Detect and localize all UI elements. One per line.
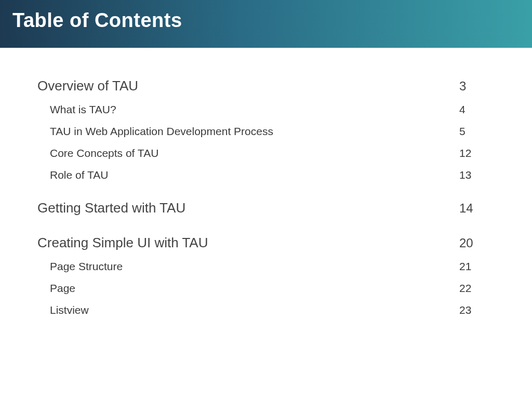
toc-section-label: Overview of TAU (37, 78, 459, 94)
toc-item-page: 12 (459, 147, 501, 159)
toc-content: Overview of TAU 3 What is TAU? 4 TAU in … (0, 48, 532, 316)
toc-section-row: Getting Started with TAU 14 (37, 200, 501, 216)
toc-section-row: Overview of TAU 3 (37, 78, 501, 94)
toc-item-row: Page 22 (37, 282, 501, 295)
toc-item-label: Role of TAU (50, 169, 459, 181)
toc-item-row: Listview 23 (37, 304, 501, 316)
toc-item-page: 13 (459, 169, 501, 181)
toc-item-label: Listview (50, 304, 459, 316)
toc-item-label: Page Structure (50, 260, 459, 273)
toc-item-label: TAU in Web Application Development Proce… (50, 125, 459, 138)
toc-item-page: 4 (459, 103, 501, 116)
toc-section-page: 14 (459, 201, 501, 216)
toc-item-page: 23 (459, 304, 501, 316)
toc-item-row: Page Structure 21 (37, 260, 501, 273)
toc-item-row: TAU in Web Application Development Proce… (37, 125, 501, 138)
toc-item-page: 5 (459, 125, 501, 138)
toc-section: Getting Started with TAU 14 (37, 200, 501, 216)
toc-item-label: Page (50, 282, 459, 295)
toc-item-page: 22 (459, 282, 501, 295)
toc-section: Overview of TAU 3 What is TAU? 4 TAU in … (37, 78, 501, 181)
toc-section: Creating Simple UI with TAU 20 Page Stru… (37, 235, 501, 316)
toc-section-row: Creating Simple UI with TAU 20 (37, 235, 501, 251)
slide-header: Table of Contents (0, 0, 532, 48)
toc-item-row: What is TAU? 4 (37, 103, 501, 116)
toc-section-label: Getting Started with TAU (37, 200, 459, 216)
page-title: Table of Contents (12, 9, 532, 32)
toc-item-row: Role of TAU 13 (37, 169, 501, 181)
toc-item-row: Core Concepts of TAU 12 (37, 147, 501, 159)
toc-item-label: What is TAU? (50, 103, 459, 116)
toc-item-label: Core Concepts of TAU (50, 147, 459, 159)
toc-section-label: Creating Simple UI with TAU (37, 235, 459, 251)
toc-item-page: 21 (459, 260, 501, 273)
toc-section-page: 3 (459, 79, 501, 94)
toc-section-page: 20 (459, 236, 501, 250)
